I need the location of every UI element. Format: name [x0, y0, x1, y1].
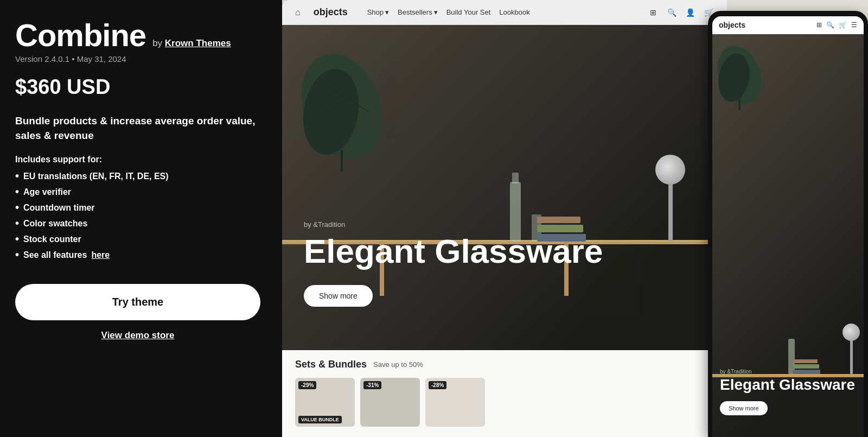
product-card[interactable]: -31%	[360, 378, 420, 427]
gift-icon[interactable]: ⊞	[648, 7, 659, 18]
list-item: Countdown timer	[15, 201, 260, 214]
value-badge: VALUE BUNDLE	[298, 416, 342, 423]
desktop-nav: ⌂ objects Shop ▾ Bestsellers ▾ Build You…	[282, 0, 727, 25]
nav-items: Shop ▾ Bestsellers ▾ Build Your Set Look…	[367, 8, 530, 16]
account-icon[interactable]: 👤	[685, 7, 695, 18]
nav-logo: objects	[314, 7, 348, 18]
nav-icon-group: ⊞ 🔍 👤 🛒	[648, 7, 714, 18]
author-link[interactable]: Krown Themes	[165, 38, 231, 48]
mobile-lamp	[850, 333, 853, 374]
desktop-hero: by &Tradition Elegant Glassware Show mor…	[282, 25, 727, 350]
mobile-hero-by: by &Tradition	[720, 369, 856, 375]
lamp-item	[668, 171, 673, 242]
features-link[interactable]: here	[91, 250, 110, 260]
desktop-preview: ⌂ objects Shop ▾ Bestsellers ▾ Build You…	[282, 0, 727, 437]
mobile-show-more-button[interactable]: Show more	[720, 401, 768, 415]
mobile-search-icon[interactable]: 🔍	[826, 21, 834, 29]
mobile-hero: by &Tradition Elegant Glassware Show mor…	[712, 34, 864, 437]
bottle-neck	[512, 173, 519, 183]
nav-item-lookbook[interactable]: Lookbook	[499, 8, 529, 16]
price-display: $360 USD	[15, 75, 260, 99]
version-line: Version 2.4.0.1 • May 31, 2024	[15, 54, 260, 64]
home-icon: ⌂	[295, 8, 301, 17]
left-panel: Combine by Krown Themes Version 2.4.0.1 …	[0, 0, 282, 437]
desktop-bottom-section: Sets & Bundles Save up to 50% -29% VALUE…	[282, 350, 727, 437]
mobile-nav-icons: ⊞ 🔍 🛒 ☰	[816, 21, 857, 29]
discount-badge: -31%	[363, 381, 381, 389]
mobile-plant-decoration	[718, 40, 761, 110]
plant-decoration	[298, 41, 385, 172]
discount-badge: -29%	[298, 381, 316, 389]
hero-by-text: by &Tradition	[304, 220, 603, 229]
bundles-save-text: Save up to 50%	[373, 360, 423, 369]
theme-title: Combine	[15, 20, 146, 51]
list-item: Color swatches	[15, 217, 260, 230]
chevron-down-icon: ▾	[434, 8, 438, 16]
nav-item-bestsellers[interactable]: Bestsellers ▾	[398, 8, 438, 16]
mobile-preview: objects ⊞ 🔍 🛒 ☰	[708, 11, 868, 437]
mobile-inner: objects ⊞ 🔍 🛒 ☰	[712, 16, 864, 437]
mobile-hero-content: by &Tradition Elegant Glassware Show mor…	[720, 369, 856, 415]
chevron-down-icon: ▾	[385, 8, 389, 16]
bundles-header: Sets & Bundles Save up to 50%	[295, 359, 714, 370]
bundles-title: Sets & Bundles	[295, 359, 367, 370]
mobile-menu-icon[interactable]: ☰	[851, 21, 857, 29]
mobile-hero-title: Elegant Glassware	[720, 377, 856, 394]
mobile-gift-icon[interactable]: ⊞	[816, 21, 822, 29]
mobile-cart-icon[interactable]: 🛒	[839, 21, 847, 29]
right-panel: ⌂ objects Shop ▾ Bestsellers ▾ Build You…	[282, 0, 868, 437]
try-theme-button[interactable]: Try theme	[15, 284, 260, 320]
search-icon[interactable]: 🔍	[666, 7, 677, 18]
list-item: EU translations (EN, FR, IT, DE, ES)	[15, 170, 260, 182]
by-label: by	[152, 38, 162, 48]
product-card[interactable]: -28%	[425, 378, 485, 427]
show-more-button[interactable]: Show more	[304, 285, 373, 307]
mobile-nav: objects ⊞ 🔍 🛒 ☰	[712, 16, 864, 34]
list-item: Stock counter	[15, 233, 260, 245]
nav-item-build[interactable]: Build Your Set	[446, 8, 491, 16]
features-list: EU translations (EN, FR, IT, DE, ES) Age…	[15, 170, 260, 264]
list-item: Age verifier	[15, 186, 260, 198]
nav-item-shop[interactable]: Shop ▾	[367, 8, 389, 16]
view-demo-link[interactable]: View demo store	[15, 330, 260, 341]
hero-headline: Elegant Glassware	[304, 233, 603, 270]
tagline: Bundle products & increase average order…	[15, 114, 260, 143]
product-card[interactable]: -29% VALUE BUNDLE	[295, 378, 355, 427]
product-cards-row: -29% VALUE BUNDLE -31% -28%	[295, 378, 714, 427]
includes-label: Includes support for:	[15, 155, 260, 164]
discount-badge: -28%	[429, 381, 446, 389]
title-row: Combine by Krown Themes	[15, 20, 260, 51]
author-line: by Krown Themes	[152, 38, 231, 49]
hero-content: by &Tradition Elegant Glassware Show mor…	[304, 220, 603, 307]
mobile-nav-logo: objects	[719, 21, 745, 29]
list-item: See all features here	[15, 249, 260, 261]
